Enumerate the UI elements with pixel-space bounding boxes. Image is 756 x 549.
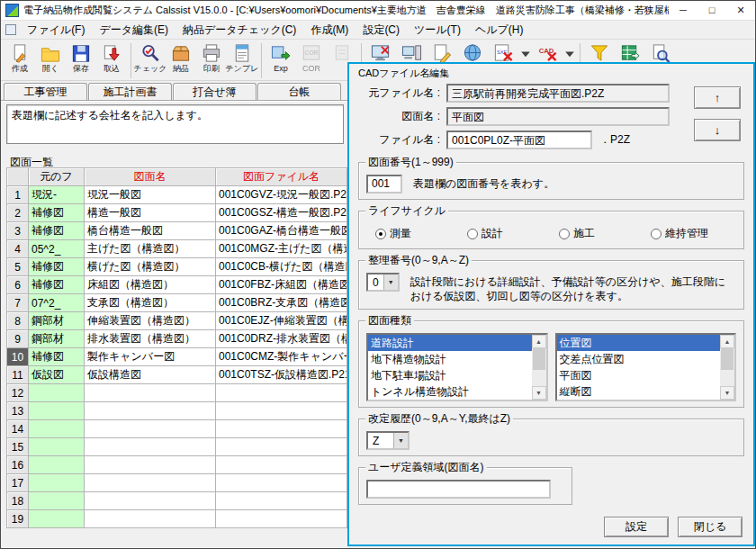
drawing-file-cell[interactable]: 001C0GAZ-橋台構造一般図.P21 xyxy=(216,222,347,240)
source-cell[interactable] xyxy=(29,384,85,402)
design-category-scrollbar[interactable]: ▲ ▼ xyxy=(532,335,546,400)
lifecycle-radio-施工[interactable]: 施工 xyxy=(559,226,595,241)
maximize-button[interactable]: □ xyxy=(698,1,726,20)
drawing-name-cell[interactable]: 伸縮装置図（構造図） xyxy=(85,312,216,330)
source-cell[interactable]: 補修図 xyxy=(29,276,85,294)
drawing-kind-scrollbar[interactable]: ▲ ▼ xyxy=(720,335,734,400)
drawing-file-cell[interactable]: 001C0GVZ-現況一般図.P21 xyxy=(216,186,347,204)
table-row[interactable]: 5補修図横げた図（構造図）001C0CB-横げた図（構造図）.P21 xyxy=(7,258,347,276)
revision-select[interactable]: Z ▼ xyxy=(366,431,410,450)
toolbar-cor-button[interactable]: CORCOR xyxy=(296,41,327,75)
row-number-cell[interactable]: 19 xyxy=(7,510,29,528)
drawing-name-cell[interactable]: 製作キャンバー図 xyxy=(85,348,216,366)
drawing-file-cell[interactable]: 001C0CMZ-製作キャンバー図.P21 xyxy=(216,348,347,366)
row-number-cell[interactable]: 11 xyxy=(7,366,29,384)
toolbar-open-button[interactable]: 開く xyxy=(35,41,66,75)
scroll-up-icon[interactable]: ▲ xyxy=(720,335,734,348)
move-up-button[interactable]: ↑ xyxy=(694,86,741,109)
lifecycle-radio-設計[interactable]: 設計 xyxy=(467,226,503,241)
drawing-file-cell[interactable]: 001C0MGZ-主げた図（構造図）.P21 xyxy=(216,240,347,258)
scroll-down-icon[interactable]: ▼ xyxy=(532,386,546,400)
source-cell[interactable]: 補修図 xyxy=(29,258,85,276)
toolbar-check-button[interactable]: チェック xyxy=(135,41,166,75)
list-option[interactable]: 地下駐車場設計 xyxy=(368,367,532,383)
table-row[interactable]: 18 xyxy=(7,492,347,510)
apply-button[interactable]: 設定 xyxy=(604,517,669,537)
tab-2[interactable]: 打合せ簿 xyxy=(173,83,256,102)
drawing-name-cell[interactable] xyxy=(85,384,216,402)
drawing-name-cell[interactable]: 構造一般図 xyxy=(85,204,216,222)
drawing-file-cell[interactable]: 001C0GSZ-構造一般図.P21 xyxy=(216,204,347,222)
menu-item-6[interactable]: ヘルプ(H) xyxy=(468,21,531,40)
table-row[interactable]: 6補修図床組図（構造図）001C0FBZ-床組図（構造図）.P21 xyxy=(7,276,347,294)
row-number-cell[interactable]: 7 xyxy=(7,294,29,312)
row-number-cell[interactable]: 4 xyxy=(7,240,29,258)
move-down-button[interactable]: ↓ xyxy=(694,119,741,141)
row-number-cell[interactable]: 17 xyxy=(7,474,29,492)
drawing-name-cell[interactable] xyxy=(85,402,216,420)
row-number-cell[interactable]: 12 xyxy=(7,384,29,402)
row-number-cell[interactable]: 9 xyxy=(7,330,29,348)
minimize-button[interactable]: ─ xyxy=(669,1,698,20)
source-cell[interactable]: 鋼部材 xyxy=(29,312,85,330)
tab-1[interactable]: 施工計画書 xyxy=(88,83,172,102)
scroll-track[interactable] xyxy=(720,370,734,386)
drawing-name-cell[interactable] xyxy=(85,420,216,438)
drawing-kind-listbox[interactable]: 位置図交差点位置図平面図縦断図 ▲ ▼ xyxy=(555,333,737,401)
menu-item-2[interactable]: 納品データチェック(C) xyxy=(176,21,303,40)
menu-item-5[interactable]: ツール(T) xyxy=(407,21,468,40)
list-option[interactable]: 縦断図 xyxy=(557,383,721,400)
table-row[interactable]: 2補修図構造一般図001C0GSZ-構造一般図.P21 xyxy=(7,204,347,222)
table-row[interactable]: 19 xyxy=(7,510,347,528)
source-cell[interactable]: 補修図 xyxy=(29,348,85,366)
source-cell[interactable] xyxy=(29,438,85,456)
drawing-file-cell[interactable] xyxy=(216,492,347,510)
toolbar-save-button[interactable]: 保存 xyxy=(66,41,96,75)
table-row[interactable]: 15 xyxy=(7,438,347,456)
drawing-file-cell[interactable] xyxy=(216,420,347,438)
drawing-name-cell[interactable] xyxy=(85,456,216,474)
table-row[interactable]: 707^2_支承図（構造図）001C0BRZ-支承図（構造図）.P21 xyxy=(7,294,347,312)
source-cell[interactable] xyxy=(29,456,85,474)
drawing-name-cell[interactable]: 仮設構造図 xyxy=(85,366,216,384)
drawing-file-cell[interactable]: 001C0DRZ-排水装置図（構造図）.P21 xyxy=(216,330,347,348)
row-number-cell[interactable]: 6 xyxy=(7,276,29,294)
source-cell[interactable] xyxy=(29,492,85,510)
drawing-name-cell[interactable]: 排水装置図（構造図） xyxy=(85,330,216,348)
drawing-file-cell[interactable] xyxy=(216,510,347,528)
tab-3[interactable]: 台帳 xyxy=(257,83,341,102)
dialog-close-button[interactable]: 閉じる xyxy=(678,517,742,537)
drawing-file-cell[interactable]: 001C0BRZ-支承図（構造図）.P21 xyxy=(216,294,347,312)
toolbar-deliver-button[interactable]: 納品 xyxy=(166,41,196,75)
row-number-cell[interactable]: 3 xyxy=(7,222,29,240)
source-cell[interactable]: 05^2_ xyxy=(29,240,85,258)
list-option[interactable]: トンネル構造物設計 xyxy=(368,383,532,400)
scroll-thumb[interactable] xyxy=(533,348,545,370)
column-header-0[interactable]: 元のフ xyxy=(29,168,85,186)
drawing-name-cell[interactable] xyxy=(85,474,216,492)
row-number-cell[interactable]: 16 xyxy=(7,456,29,474)
drawing-number-input[interactable]: 001 xyxy=(366,175,402,194)
source-cell[interactable]: 仮設図 xyxy=(29,366,85,384)
menu-item-1[interactable]: データ編集(E) xyxy=(92,21,176,40)
drawing-name-cell[interactable]: 床組図（構造図） xyxy=(85,276,216,294)
drawing-file-cell[interactable] xyxy=(216,456,347,474)
list-option[interactable]: 平面図 xyxy=(557,367,721,383)
table-row[interactable]: 13 xyxy=(7,402,347,420)
lifecycle-radio-測量[interactable]: 測量 xyxy=(375,226,411,241)
table-row[interactable]: 10補修図製作キャンバー図001C0CMZ-製作キャンバー図.P21 xyxy=(7,348,347,366)
table-row[interactable]: 16 xyxy=(7,456,347,474)
drawing-name-cell[interactable]: 支承図（構造図） xyxy=(85,294,216,312)
source-cell[interactable]: 鋼部材 xyxy=(29,330,85,348)
toolbar-import-button[interactable]: 取込 xyxy=(96,41,127,75)
scroll-down-icon[interactable]: ▼ xyxy=(720,386,734,400)
row-number-cell[interactable]: 5 xyxy=(7,258,29,276)
table-row[interactable]: 11仮設図仮設構造図001C0TSZ-仮設構造図.P21 xyxy=(7,366,347,384)
row-number-cell[interactable]: 1 xyxy=(7,186,29,204)
drawing-name-cell[interactable]: 橋台構造一般図 xyxy=(85,222,216,240)
table-row[interactable]: 14 xyxy=(7,420,347,438)
column-header-2[interactable]: 図面ファイル名 xyxy=(216,168,347,186)
drawing-name-cell[interactable]: 現況一般図 xyxy=(85,186,216,204)
scroll-thumb[interactable] xyxy=(721,348,734,370)
drawing-name-cell[interactable] xyxy=(85,492,216,510)
